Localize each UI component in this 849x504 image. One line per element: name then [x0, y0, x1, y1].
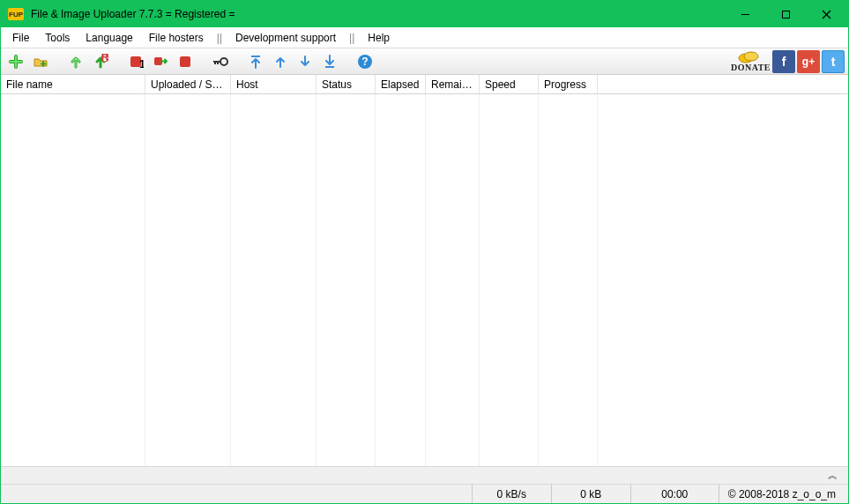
- col-host[interactable]: Host: [231, 75, 317, 93]
- remove-button[interactable]: 1: [124, 50, 147, 73]
- status-credits: © 2008-2018 z_o_o_m: [719, 485, 848, 503]
- menu-separator: ||: [212, 32, 227, 44]
- col-remaining[interactable]: Remain…: [426, 75, 480, 93]
- donate-label: DONATE: [731, 63, 771, 72]
- menu-file[interactable]: File: [4, 29, 37, 47]
- app-icon: FUP: [8, 8, 24, 20]
- statusbar: 0 kB/s 0 kB 00:00 © 2008-2018 z_o_o_m: [1, 484, 848, 503]
- status-speed: 0 kB/s: [472, 485, 551, 503]
- move-bottom-button[interactable]: [318, 50, 341, 73]
- col-progress[interactable]: Progress: [539, 75, 598, 93]
- add-folder-button[interactable]: [29, 50, 52, 73]
- table-header: File name Uploaded / Size Host Status El…: [1, 75, 848, 94]
- menu-filehosters[interactable]: File hosters: [141, 29, 212, 47]
- move-top-button[interactable]: [244, 50, 267, 73]
- cancel-button[interactable]: [149, 50, 172, 73]
- menu-devsupport[interactable]: Development support: [227, 29, 344, 47]
- close-button[interactable]: [806, 1, 846, 27]
- expand-chevron-icon[interactable]: ︽: [817, 469, 848, 482]
- status-time: 00:00: [630, 485, 719, 503]
- svg-line-3: [823, 11, 830, 19]
- add-file-button[interactable]: [4, 50, 27, 73]
- svg-text:?: ?: [361, 56, 368, 68]
- move-down-button[interactable]: [294, 50, 317, 73]
- col-filename[interactable]: File name: [1, 75, 145, 93]
- svg-rect-1: [782, 11, 789, 18]
- move-up-button[interactable]: [269, 50, 292, 73]
- app-window: FUP File & Image Uploader 7.7.3 = Regist…: [0, 0, 849, 504]
- expander-strip: ︽: [1, 466, 848, 484]
- maximize-button[interactable]: [765, 1, 806, 27]
- remove-all-button[interactable]: [174, 50, 197, 73]
- table-body[interactable]: [1, 94, 848, 466]
- menubar: File Tools Language File hosters || Deve…: [1, 27, 848, 48]
- upload-button[interactable]: [64, 50, 87, 73]
- file-table[interactable]: File name Uploaded / Size Host Status El…: [1, 75, 848, 466]
- col-elapsed[interactable]: Elapsed: [376, 75, 426, 93]
- menu-help[interactable]: Help: [360, 29, 398, 47]
- donate-button[interactable]: DONATE: [731, 50, 771, 72]
- reupload-button[interactable]: R: [89, 50, 112, 73]
- window-title: File & Image Uploader 7.7.3 = Registered…: [31, 8, 235, 20]
- col-speed[interactable]: Speed: [480, 75, 539, 93]
- status-size: 0 kB: [551, 485, 630, 503]
- help-button[interactable]: ?: [354, 50, 376, 73]
- col-status[interactable]: Status: [317, 75, 376, 93]
- donate-area: DONATE f g+ t: [731, 50, 845, 73]
- minimize-button[interactable]: [725, 1, 765, 27]
- svg-line-2: [823, 11, 830, 19]
- key-button[interactable]: [209, 50, 232, 73]
- svg-rect-9: [180, 56, 190, 67]
- svg-point-10: [220, 58, 227, 65]
- twitter-icon[interactable]: t: [822, 50, 845, 73]
- menu-separator: ||: [344, 32, 360, 44]
- googleplus-icon[interactable]: g+: [797, 50, 820, 73]
- facebook-icon[interactable]: f: [772, 50, 795, 73]
- menu-language[interactable]: Language: [78, 29, 140, 47]
- svg-text:R: R: [101, 54, 108, 63]
- menu-tools[interactable]: Tools: [37, 29, 78, 47]
- col-filler: [598, 75, 848, 93]
- col-uploaded[interactable]: Uploaded / Size: [145, 75, 231, 93]
- window-controls: [725, 1, 846, 27]
- svg-point-16: [744, 52, 758, 61]
- toolbar: R 1 ?: [1, 48, 848, 75]
- titlebar: FUP File & Image Uploader 7.7.3 = Regist…: [1, 1, 848, 27]
- svg-text:1: 1: [139, 58, 144, 70]
